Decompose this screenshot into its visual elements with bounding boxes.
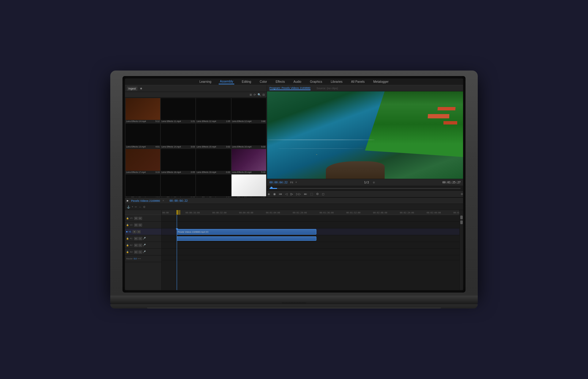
lock-a1[interactable]: 🔒 <box>126 237 129 240</box>
media-thumbnail <box>161 98 195 120</box>
fit-chevron[interactable]: ▾ <box>296 181 297 184</box>
clip-name: Lens Effects 11.mp4 <box>161 120 181 123</box>
a1-s-btn[interactable]: S <box>138 237 142 240</box>
lock-a3[interactable]: 🔒 <box>126 251 129 253</box>
a1-m-btn[interactable]: M <box>134 237 138 240</box>
forward-button[interactable]: ▷▷ <box>296 192 302 196</box>
a3-s-btn[interactable]: S <box>138 251 142 254</box>
clip-duration: 1:05 <box>226 120 230 123</box>
razor-tool[interactable]: ✂ <box>135 205 137 209</box>
audio-clip-a1[interactable] <box>177 236 317 241</box>
clip-duration: 3:03 <box>191 146 195 148</box>
clip-duration: 4:01 <box>156 146 160 148</box>
add-button[interactable]: ⊕ <box>461 192 463 196</box>
menu-metalogger[interactable]: Metalogger <box>372 79 390 84</box>
master-expand-icon[interactable]: ⟷ <box>138 257 141 260</box>
step-back-button[interactable]: ⏮ <box>278 192 283 196</box>
snap-tool[interactable]: ⌖ <box>132 205 133 209</box>
timeline-tab-title[interactable]: Pexels Videos 2169880 <box>131 199 160 202</box>
list-item[interactable]: Lens Effects 22.mp4 5:07 <box>161 174 195 197</box>
lock-v2[interactable]: 🔒 <box>126 224 129 226</box>
lock-a2[interactable]: 🔒 <box>126 244 129 247</box>
ruler-mark-4: 00:01:04:00 <box>266 212 280 214</box>
view-icon[interactable]: ⊟ <box>262 93 265 96</box>
laptop-base <box>110 304 478 308</box>
settings-button[interactable]: ⚙ <box>315 192 319 196</box>
back-button[interactable]: ◁ <box>285 192 288 196</box>
mark-in-button[interactable]: ◈ <box>267 192 271 196</box>
timeline-close-icon[interactable]: ✕ <box>162 199 164 202</box>
sort-icon[interactable]: ⟳ <box>254 93 256 96</box>
track-labels: 🔒 V3 👁 M 🔒 V2 <box>125 210 162 290</box>
track-row-a1 <box>162 235 459 242</box>
list-item[interactable]: Lens Effects 12.mp4 1:05 <box>196 98 231 123</box>
zoom-icon[interactable]: ⊕ <box>373 181 375 184</box>
mark-out-button[interactable]: ◉ <box>273 192 277 196</box>
list-item[interactable]: Lens Effects 21.mp4 4:14 <box>126 174 160 197</box>
v2-label-text: V2 <box>130 224 133 226</box>
a2-m-btn[interactable]: M <box>134 244 138 247</box>
ingest-button[interactable]: Ingest <box>127 86 138 91</box>
list-item[interactable]: Lens Effects 18.mp4 2:05 <box>161 149 195 174</box>
add-marker-button[interactable]: ◻ <box>321 192 325 196</box>
video-clip-v1[interactable]: Pexels Videos 2169880.mp4 [V] <box>177 229 317 235</box>
list-item[interactable]: Lens Effects 15.mp4 3:02 <box>196 124 231 148</box>
settings2-icon[interactable]: ⚙ <box>143 205 145 209</box>
program-monitor-title[interactable]: Program: Pexels Videos 2169880 <box>270 86 311 90</box>
list-item[interactable]: Lens Effects 20.mp4 5:10 <box>232 149 266 174</box>
v3-eye-btn[interactable]: 👁 <box>134 217 138 220</box>
menu-libraries[interactable]: Libraries <box>330 79 344 84</box>
menu-audio[interactable]: Audio <box>292 79 303 84</box>
media-thumbnail <box>232 149 266 171</box>
timeline-ruler: 00:00 00:00:16:00 00:00:32:00 00:00:48:0… <box>162 210 459 215</box>
list-item[interactable]: Lens Effects 24.mp4 4:00 <box>232 174 266 197</box>
list-item[interactable]: Lens Effects 17.mp4 3:19 <box>126 149 160 174</box>
fit-dropdown[interactable]: Fit <box>290 181 293 184</box>
mic-icon-a2: 🎤 <box>143 244 146 247</box>
menu-editing[interactable]: Editing <box>240 79 252 84</box>
list-item[interactable]: Lens Effects 12.mp4 3:80 <box>232 98 266 123</box>
export-button[interactable]: ⬚ <box>310 192 314 196</box>
filter-icon[interactable]: ⊞ <box>250 93 252 96</box>
a2-s-btn[interactable]: S <box>138 244 142 247</box>
track-row-a2 <box>162 242 459 249</box>
step-forward-button[interactable]: ⏭ <box>303 192 308 196</box>
menu-graphics[interactable]: Graphics <box>309 79 323 84</box>
a3-m-btn[interactable]: M <box>134 251 138 254</box>
v1-eye-btn[interactable]: 👁 <box>133 230 136 233</box>
list-item[interactable]: Lens Effects 23.mp4 3:24 <box>196 174 231 197</box>
lock-v3[interactable]: 🔒 <box>126 217 129 220</box>
slip-tool[interactable]: ↔ <box>139 205 141 209</box>
menu-all-panels[interactable]: All Panels <box>350 79 366 84</box>
timeline-body: 🔒 V3 👁 M 🔒 V2 <box>125 210 463 290</box>
play-button[interactable]: ▷ <box>290 192 294 196</box>
list-item[interactable]: Lens Effects 14.mp4 3:03 <box>161 124 195 148</box>
timeline-ruler-area: 00:00 00:00:16:00 00:00:32:00 00:00:48:0… <box>162 210 459 290</box>
a3-label-text: A3 <box>130 251 133 253</box>
list-item[interactable]: Lens Effects 11.mp4 1:21 <box>161 98 195 123</box>
list-item[interactable]: Lens Effects 13.mp4 4:01 <box>126 124 160 148</box>
clip-name: Lens Effects 15.mp4 <box>197 146 216 148</box>
laptop-body: Learning Assembly Editing Color Effects … <box>110 71 478 296</box>
list-item[interactable]: Lens Effects 16.mp4 5:03 <box>232 124 266 148</box>
list-item[interactable]: Lens Effects UV.mp4 5:12 <box>126 98 160 123</box>
link-tool[interactable]: ⚓ <box>127 205 130 209</box>
menu-effects[interactable]: Effects <box>274 79 286 84</box>
monitor-playbar[interactable] <box>267 186 463 190</box>
v2-eye-btn[interactable]: 👁 <box>134 224 138 227</box>
v1-mute-btn[interactable]: M <box>137 230 141 233</box>
v3-mute-btn[interactable]: M <box>138 217 142 220</box>
media-thumbnail <box>161 149 195 171</box>
clip-name-label: Pexels Videos 2169880.mp4 [V] <box>178 231 209 233</box>
playhead-line <box>177 215 177 290</box>
top-panels: Ingest ✱ ⊞ ⟳ 🔍 ⊟ <box>125 85 463 198</box>
list-item[interactable]: Lens Effects 19.mp4 0:20 <box>196 149 231 174</box>
menu-learning[interactable]: Learning <box>198 79 213 84</box>
wave-1 <box>267 140 375 140</box>
menu-color[interactable]: Color <box>258 79 268 84</box>
menu-assembly[interactable]: Assembly <box>219 79 234 84</box>
media-thumbnail <box>161 174 195 196</box>
vertical-scrollbar[interactable] <box>459 210 463 290</box>
search-icon[interactable]: 🔍 <box>258 93 261 96</box>
v2-mute-btn[interactable]: M <box>138 224 142 227</box>
